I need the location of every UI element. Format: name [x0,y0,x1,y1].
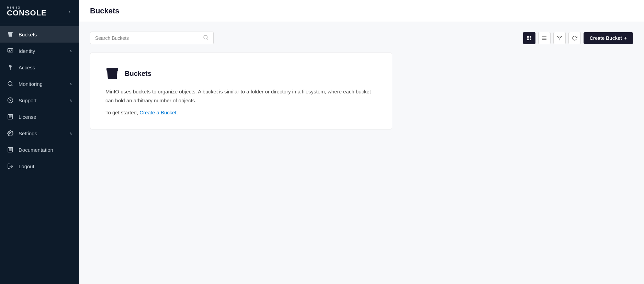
main-content: Buckets [79,0,644,284]
access-icon [7,64,14,71]
support-chevron-icon: ∧ [69,98,72,103]
svg-point-15 [10,133,11,134]
sidebar-item-label-logout: Logout [19,163,34,169]
sidebar-item-label-support: Support [19,98,37,103]
buckets-icon [7,31,14,38]
filter-button[interactable] [553,32,566,44]
support-icon [7,97,14,104]
cta-prefix-text: To get started, [105,110,139,115]
settings-icon [7,130,14,137]
svg-rect-24 [530,36,531,38]
sidebar-item-identity[interactable]: Identity ∧ [0,43,79,59]
search-toolbar: Create Bucket + [90,32,633,44]
sidebar-item-label-identity: Identity [19,48,35,54]
logo-text: MIN IO CONSOLE [7,6,47,17]
svg-line-22 [207,38,208,39]
svg-point-2 [9,50,10,51]
page-title: Buckets [90,7,120,15]
identity-chevron-icon: ∧ [69,49,72,53]
sidebar-item-support[interactable]: Support ∧ [0,92,79,109]
logo-console: CONSOLE [7,9,47,17]
identity-icon [7,47,14,54]
logout-icon [7,163,14,170]
svg-point-21 [204,35,207,39]
refresh-button[interactable] [568,32,581,44]
create-bucket-button[interactable]: Create Bucket + [584,32,633,44]
sidebar: MIN IO CONSOLE ‹ Buckets [0,0,79,284]
sidebar-collapse-button[interactable]: ‹ [68,7,72,16]
sidebar-item-monitoring[interactable]: Monitoring ∧ [0,76,79,92]
monitoring-chevron-icon: ∧ [69,82,72,86]
license-icon [7,113,14,120]
search-input[interactable] [95,35,200,41]
sidebar-item-label-license: License [19,114,36,120]
create-bucket-link[interactable]: Create a Bucket. [139,110,178,115]
settings-chevron-icon: ∧ [69,131,72,136]
sidebar-item-license[interactable]: License [0,109,79,125]
svg-line-8 [11,85,12,86]
create-bucket-label: Create Bucket [590,35,622,41]
documentation-icon [7,146,14,153]
svg-marker-30 [557,36,562,40]
empty-card-header: Buckets [105,67,377,80]
svg-point-6 [10,66,11,67]
search-box[interactable] [90,32,214,44]
create-bucket-plus-icon: + [624,35,627,41]
list-view-button[interactable] [538,32,551,44]
svg-point-7 [8,81,12,86]
empty-card-cta: To get started, Create a Bucket. [105,110,377,115]
empty-card-description: MinIO uses buckets to organize objects. … [105,87,377,105]
sidebar-item-logout[interactable]: Logout [0,158,79,174]
sidebar-item-buckets[interactable]: Buckets [0,26,79,43]
svg-rect-31 [106,68,118,71]
sidebar-item-documentation[interactable]: Documentation [0,141,79,158]
toolbar-right: Create Bucket + [523,32,633,44]
empty-state-card: Buckets MinIO uses buckets to organize o… [90,53,392,129]
bucket-large-icon [105,67,119,80]
sidebar-item-access[interactable]: Access [0,59,79,76]
sidebar-item-settings[interactable]: Settings ∧ [0,125,79,141]
search-icon [203,35,208,41]
svg-rect-25 [527,38,529,40]
monitoring-icon [7,80,14,87]
empty-card-title: Buckets [125,70,151,78]
sidebar-logo: MIN IO CONSOLE ‹ [0,0,79,23]
sidebar-item-label-monitoring: Monitoring [19,81,43,87]
sidebar-item-label-documentation: Documentation [19,147,53,153]
content-area: Create Bucket + Buckets MinIO uses bucke… [79,22,644,284]
svg-rect-23 [527,36,529,38]
grid-view-button[interactable] [523,32,535,44]
sidebar-item-label-settings: Settings [19,130,37,136]
sidebar-item-label-access: Access [19,65,35,70]
nav-items: Buckets Identity ∧ [0,23,79,284]
top-bar: Buckets [79,0,644,22]
sidebar-item-label-buckets: Buckets [19,32,37,37]
svg-rect-26 [530,38,531,40]
svg-rect-0 [8,32,13,33]
